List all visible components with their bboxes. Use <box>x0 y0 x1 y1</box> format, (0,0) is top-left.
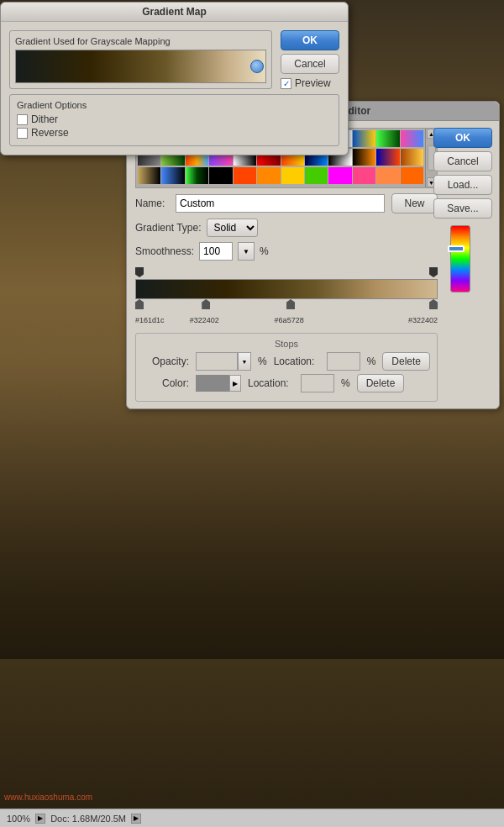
color-location-label: Location: <box>248 377 294 389</box>
stop-label-0: #161d1c <box>135 316 165 324</box>
swatch-item[interactable] <box>401 167 423 184</box>
preview-checkbox-row[interactable]: ✓ Preview <box>281 77 339 89</box>
doc-info: Doc: 1.68M/20.5M <box>50 814 126 824</box>
stop-label-2: #6a5728 <box>275 316 304 324</box>
reverse-row[interactable]: Reverse <box>17 127 332 139</box>
swatch-item[interactable] <box>401 149 423 166</box>
gradient-used-box: Gradient Used for Grayscale Mapping <box>9 30 272 89</box>
ge-save-button[interactable]: Save... <box>433 198 492 219</box>
gradient-map-cancel-button[interactable]: Cancel <box>281 54 339 74</box>
opacity-delete-button[interactable]: Delete <box>382 352 430 371</box>
name-label: Name: <box>135 198 169 209</box>
swatch-item[interactable] <box>328 167 351 184</box>
swatch-item[interactable] <box>257 167 280 184</box>
gradient-map-titlebar: Gradient Map <box>1 3 348 22</box>
opacity-stop-marker-left <box>135 267 144 277</box>
gradient-used-title: Gradient Used for Grayscale Mapping <box>15 36 266 46</box>
swatch-item[interactable] <box>353 149 375 166</box>
swatch-item[interactable] <box>376 167 399 184</box>
smoothness-unit: % <box>260 245 269 257</box>
color-stop-marker-3 <box>429 299 438 309</box>
status-arrow[interactable]: ▶ <box>35 814 45 824</box>
ge-buttons-column: OK Cancel Load... Save... <box>433 128 492 296</box>
smoothness-input[interactable] <box>199 242 233 261</box>
swatches-grid-row3 <box>138 167 423 184</box>
reverse-checkbox[interactable] <box>17 128 28 139</box>
dither-checkbox[interactable] <box>17 114 28 125</box>
color-stop-marker-0 <box>135 299 144 309</box>
swatch-item[interactable] <box>138 167 160 184</box>
gradient-map-ok-button[interactable]: OK <box>281 30 339 50</box>
color-spectrum[interactable] <box>450 225 470 292</box>
opacity-stop-row: Opacity: ▼ % Location: % Delete <box>143 352 430 371</box>
color-stop-1[interactable] <box>202 299 210 309</box>
color-delete-button[interactable]: Delete <box>357 374 405 392</box>
status-arrow2[interactable]: ▶ <box>131 814 141 824</box>
gradient-map-top-row: Gradient Used for Grayscale Mapping OK C… <box>9 30 339 89</box>
ge-cancel-button[interactable]: Cancel <box>433 151 492 171</box>
gradient-type-select[interactable]: Solid Noise <box>207 219 258 237</box>
color-picker-indicator <box>450 225 475 292</box>
opacity-dropdown[interactable]: ▼ <box>238 352 251 371</box>
ge-load-button[interactable]: Load... <box>433 175 492 195</box>
zoom-level: 100% <box>7 814 30 824</box>
swatch-item[interactable] <box>186 167 208 184</box>
color-stop-3[interactable] <box>429 299 438 309</box>
gradient-bar[interactable] <box>135 279 438 299</box>
color-stop-marker-2 <box>286 299 295 309</box>
swatch-item[interactable] <box>209 167 232 184</box>
gradient-map-dialog: Gradient Map Gradient Used for Grayscale… <box>0 2 349 155</box>
opacity-location-unit: % <box>367 356 376 367</box>
gradient-preview[interactable] <box>15 50 266 83</box>
preview-checkbox-icon[interactable]: ✓ <box>281 78 291 89</box>
stops-title: Stops <box>143 339 430 349</box>
name-input[interactable] <box>176 194 385 213</box>
color-label: Color: <box>143 377 189 389</box>
opacity-location-input[interactable] <box>327 352 360 371</box>
opacity-unit: % <box>258 356 267 367</box>
gradient-options-box: Gradient Options Dither Reverse <box>9 94 339 146</box>
gradient-type-label: Gradient Type: <box>135 222 202 234</box>
color-location-unit: % <box>341 377 350 389</box>
stop-labels-row: #161d1c #322402 #6a5728 #322402 <box>135 316 438 329</box>
ge-ok-button[interactable]: OK <box>433 128 492 148</box>
name-row: Name: New <box>135 193 438 213</box>
swatch-item[interactable] <box>161 167 184 184</box>
smoothness-row: Smoothness: ▼ % <box>135 242 438 261</box>
color-location-input[interactable] <box>301 374 334 392</box>
color-stop-marker-1 <box>202 299 210 309</box>
dialog-right-buttons: OK Cancel ✓ Preview <box>281 30 339 89</box>
opacity-input-group: ▼ <box>196 352 251 371</box>
opacity-location-label: Location: <box>274 356 320 367</box>
color-stop-2[interactable] <box>286 299 295 309</box>
opacity-stops <box>135 267 438 279</box>
stop-label-3: #322402 <box>408 316 438 324</box>
opacity-stop-left[interactable] <box>135 267 144 279</box>
status-bar: 100% ▶ Doc: 1.68M/20.5M ▶ <box>0 809 504 827</box>
gradient-map-body: Gradient Used for Grayscale Mapping OK C… <box>1 22 348 155</box>
gradient-options-title: Gradient Options <box>17 100 332 110</box>
gradient-bar-container: #161d1c #322402 #6a5728 #322402 <box>135 267 438 329</box>
swatch-item[interactable] <box>281 167 304 184</box>
dither-row[interactable]: Dither <box>17 113 332 125</box>
swatch-item[interactable] <box>234 167 256 184</box>
new-button[interactable]: New <box>391 193 438 213</box>
swatch-item[interactable] <box>376 130 399 147</box>
swatch-item[interactable] <box>401 130 423 147</box>
stop-label-1: #322402 <box>190 316 219 324</box>
smoothness-dropdown[interactable]: ▼ <box>238 242 255 261</box>
dither-label: Dither <box>31 113 58 125</box>
swatch-item[interactable] <box>353 167 375 184</box>
color-picker-handle[interactable] <box>448 245 465 252</box>
color-stop-0[interactable] <box>135 299 144 309</box>
color-dropdown[interactable]: ▶ <box>229 375 241 392</box>
swatch-item[interactable] <box>376 149 399 166</box>
color-stop-row: Color: ▶ Location: % Delete <box>143 374 430 392</box>
preview-label: Preview <box>295 77 331 89</box>
swatch-item[interactable] <box>353 130 375 147</box>
watermark: www.huxiaoshuma.com <box>4 793 92 802</box>
color-swatch[interactable] <box>196 375 229 392</box>
color-stops <box>135 299 438 314</box>
opacity-input[interactable] <box>196 352 238 371</box>
swatch-item[interactable] <box>305 167 328 184</box>
